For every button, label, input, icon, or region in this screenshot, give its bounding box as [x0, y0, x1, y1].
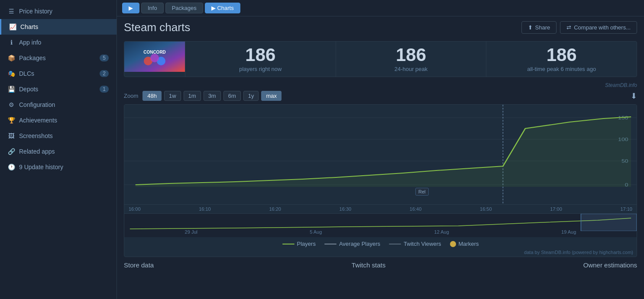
zoom-btn-1w[interactable]: 1w: [164, 91, 181, 101]
update-history-icon: 🕐: [8, 164, 15, 170]
sidebar-item-related-apps[interactable]: 🔗 Related apps: [0, 144, 117, 159]
zoom-btn-1m[interactable]: 1m: [184, 91, 201, 101]
sidebar-item-price-history[interactable]: ☰ Price history: [0, 3, 117, 19]
all-time-peak-label: all-time peak 6 minutes ago: [527, 66, 596, 72]
achievements-icon: 🏆: [8, 117, 15, 124]
owner-estimations-label: Owner estimations: [583, 261, 637, 269]
main-content: ▶ Info Packages ▶ Charts Steam charts ⬆ …: [117, 0, 644, 299]
peak-24h-value: 186: [396, 46, 426, 64]
legend-avg-players: Average Players: [324, 241, 380, 247]
marker-tooltip: Rel: [415, 188, 429, 195]
legend-twitch-label: Twitch Viewers: [404, 241, 441, 247]
sidebar-item-label: Depots: [19, 86, 38, 93]
zoom-btn-1y[interactable]: 1y: [243, 91, 259, 101]
price-history-icon: ☰: [8, 8, 15, 15]
x-label-1600: 16:00: [129, 206, 141, 212]
stats-card: CONCORD 186 players right now 186 24-hou…: [124, 41, 637, 77]
sidebar-item-label: Packages: [19, 55, 45, 61]
sidebar: ☰ Price history 📈 Charts ℹ App info 📦 Pa…: [0, 0, 117, 299]
top-navigation: ▶ Info Packages ▶ Charts: [117, 0, 644, 16]
legend-players-label: Players: [297, 241, 316, 247]
packages-badge: 5: [100, 55, 109, 61]
share-label: Share: [535, 24, 550, 31]
steamdb-info: SteamDB.info: [124, 82, 637, 88]
x-label-1650: 16:50: [480, 206, 492, 212]
mini-label-aug5: 5 Aug: [310, 229, 322, 235]
download-chart-button[interactable]: ⬇: [631, 91, 637, 101]
depots-badge: 1: [100, 86, 109, 93]
sidebar-item-label: DLCs: [19, 70, 34, 77]
sidebar-item-label: Price history: [19, 8, 52, 15]
legend-players-line: [282, 244, 294, 244]
legend-markers-label: Markers: [459, 241, 479, 247]
compare-label: Compare with others...: [574, 24, 631, 31]
depots-icon: 💾: [8, 86, 15, 93]
sidebar-item-achievements[interactable]: 🏆 Achievements: [0, 113, 117, 128]
main-chart: 150 100 50 0: [124, 105, 637, 204]
sidebar-item-label: 9 Update history: [19, 164, 63, 170]
compare-button[interactable]: ⇄ Compare with others...: [560, 21, 637, 34]
sidebar-item-label: App info: [19, 39, 41, 46]
stat-peak-24h: 186 24-hour peak: [336, 42, 486, 77]
legend-markers-circle: [450, 241, 456, 247]
x-label-1610: 16:10: [199, 206, 211, 212]
packages-icon: 📦: [8, 55, 15, 61]
zoom-bar: Zoom 48h 1w 1m 3m 6m 1y max ⬇: [124, 91, 637, 101]
sidebar-item-label: Configuration: [19, 101, 55, 108]
all-time-peak-value: 186: [547, 46, 577, 64]
page-title: Steam charts: [124, 21, 190, 34]
twitch-stats-label: Twitch stats: [352, 261, 385, 269]
store-data-label: Store data: [124, 261, 154, 269]
sidebar-item-packages[interactable]: 📦 Packages 5: [0, 50, 117, 66]
sidebar-item-charts[interactable]: 📈 Charts: [0, 19, 117, 35]
legend-markers: Markers: [450, 241, 479, 247]
charts-section: Steam charts ⬆ Share ⇄ Compare with othe…: [117, 16, 644, 273]
top-nav-btn-charts[interactable]: ▶ Charts: [205, 3, 240, 13]
mini-label-aug19: 19 Aug: [561, 229, 576, 235]
zoom-btn-6m[interactable]: 6m: [223, 91, 241, 101]
legend-twitch-line: [389, 244, 401, 244]
svg-point-4: [150, 54, 159, 62]
x-label-1630: 16:30: [340, 206, 352, 212]
sidebar-item-app-info[interactable]: ℹ App info: [0, 35, 117, 50]
mini-chart[interactable]: 29 Jul 5 Aug 12 Aug 19 Aug: [124, 213, 637, 237]
legend-avg-label: Average Players: [339, 241, 380, 247]
sidebar-item-label: Screenshots: [19, 132, 53, 139]
top-nav-btn-1[interactable]: ▶: [122, 3, 139, 13]
x-label-1710: 17:10: [620, 206, 632, 212]
marker-tooltip-label: Rel: [415, 188, 429, 196]
sidebar-item-depots[interactable]: 💾 Depots 1: [0, 81, 117, 97]
charts-icon: 📈: [9, 23, 16, 30]
compare-icon: ⇄: [566, 24, 571, 31]
mini-label-jul: 29 Jul: [185, 229, 197, 235]
section-header: Steam charts ⬆ Share ⇄ Compare with othe…: [124, 21, 637, 34]
x-label-1700: 17:00: [550, 206, 562, 212]
header-actions: ⬆ Share ⇄ Compare with others...: [521, 21, 637, 34]
sidebar-item-label: Related apps: [19, 148, 55, 155]
dlcs-badge: 2: [100, 70, 109, 77]
top-nav-btn-info[interactable]: Info: [141, 3, 164, 13]
sidebar-item-update-history[interactable]: 🕐 9 Update history: [0, 159, 117, 175]
peak-24h-label: 24-hour peak: [395, 66, 428, 72]
stat-all-time-peak: 186 all-time peak 6 minutes ago: [486, 42, 637, 77]
screenshots-icon: 🖼: [8, 132, 15, 139]
top-nav-btn-packages[interactable]: Packages: [165, 3, 203, 13]
sidebar-item-screenshots[interactable]: 🖼 Screenshots: [0, 128, 117, 144]
sidebar-item-label: Charts: [20, 23, 38, 30]
bottom-labels: Store data Twitch stats Owner estimation…: [124, 257, 637, 269]
current-players-label: players right now: [239, 66, 282, 72]
zoom-btn-48h[interactable]: 48h: [142, 91, 162, 101]
zoom-btn-max[interactable]: max: [261, 91, 282, 101]
chart-legend: Players Average Players Twitch Viewers M…: [124, 237, 637, 249]
legend-avg-line: [324, 244, 337, 244]
sidebar-item-configuration[interactable]: ⚙ Configuration: [0, 97, 117, 113]
x-label-1640: 16:40: [410, 206, 422, 212]
share-button[interactable]: ⬆ Share: [521, 21, 557, 34]
chart-container: 150 100 50 0 Rel 16:00 16:10 16:20 16:: [124, 104, 637, 257]
sidebar-item-dlcs[interactable]: 🎭 DLCs 2: [0, 66, 117, 81]
zoom-btn-3m[interactable]: 3m: [204, 91, 221, 101]
game-thumbnail: CONCORD: [124, 42, 185, 72]
related-apps-icon: 🔗: [8, 148, 15, 155]
legend-twitch: Twitch Viewers: [389, 241, 441, 247]
legend-players: Players: [282, 241, 316, 247]
